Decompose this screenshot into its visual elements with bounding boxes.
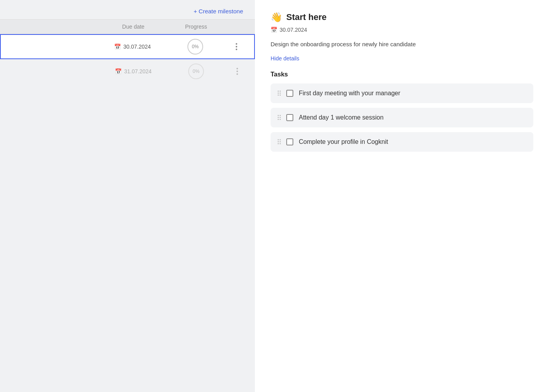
create-milestone-button[interactable]: + Create milestone <box>194 8 243 15</box>
drag-dot <box>280 119 281 120</box>
date-value-active: 30.07.2024 <box>123 44 151 50</box>
drag-dot <box>278 93 279 94</box>
drag-dot <box>278 141 279 142</box>
drag-dot <box>280 139 281 140</box>
drag-dot <box>280 94 281 96</box>
drag-dot <box>280 143 281 144</box>
drag-handle-3[interactable] <box>278 139 281 144</box>
progress-circle-secondary: 0% <box>188 64 204 79</box>
progress-cell-secondary: 0% <box>165 64 227 79</box>
tasks-title: Tasks <box>271 71 533 78</box>
date-cell-active: 📅 30.07.2024 <box>101 44 164 50</box>
drag-dot <box>278 139 279 140</box>
drag-dot <box>278 143 279 144</box>
header-actions <box>227 24 247 30</box>
left-panel: + Create milestone Due date Progress 📅 3… <box>0 0 255 392</box>
task-checkbox-3[interactable] <box>286 138 293 145</box>
drag-handle-2[interactable] <box>278 115 281 120</box>
drag-dot <box>278 91 279 92</box>
calendar-icon-secondary: 📅 <box>115 68 122 74</box>
task-item-1: First day meeting with your manager <box>271 83 533 103</box>
date-cell-secondary: 📅 31.07.2024 <box>102 68 165 74</box>
more-menu-button-secondary[interactable] <box>227 68 247 75</box>
drag-handle-1[interactable] <box>278 91 281 96</box>
detail-title: 👋 Start here <box>271 12 533 23</box>
progress-value-active: 0% <box>192 44 198 49</box>
drag-dot <box>278 117 279 118</box>
task-item-3: Complete your profile in Cogknit <box>271 132 533 152</box>
drag-dot <box>280 93 281 94</box>
table-row: 📅 30.07.2024 0% <box>0 34 255 59</box>
header-name <box>8 24 102 30</box>
create-milestone-bar: + Create milestone <box>0 8 255 19</box>
drag-dot <box>280 115 281 116</box>
calendar-icon-active: 📅 <box>114 44 121 50</box>
task-label-3: Complete your profile in Cogknit <box>299 138 388 145</box>
drag-dot <box>280 141 281 142</box>
detail-date: 📅 30.07.2024 <box>271 27 533 33</box>
actions-cell-active[interactable] <box>227 43 246 50</box>
drag-dot <box>280 91 281 92</box>
task-checkbox-1[interactable] <box>286 90 293 97</box>
table-row-secondary: 📅 31.07.2024 0% <box>0 60 255 83</box>
detail-description: Design the onboarding process for newly … <box>271 40 533 49</box>
progress-value-secondary: 0% <box>193 69 199 74</box>
task-item-2: Attend day 1 welcome session <box>271 108 533 127</box>
drag-dot <box>278 94 279 96</box>
drag-dot <box>278 119 279 120</box>
task-label-1: First day meeting with your manager <box>299 90 400 97</box>
progress-circle-active: 0% <box>187 39 203 54</box>
right-panel: 👋 Start here 📅 30.07.2024 Design the onb… <box>255 0 549 392</box>
actions-cell-secondary[interactable] <box>227 68 247 75</box>
header-progress: Progress <box>165 24 227 30</box>
progress-cell-active: 0% <box>164 39 227 54</box>
detail-date-value: 30.07.2024 <box>280 27 307 33</box>
detail-title-text: Start here <box>286 12 327 22</box>
drag-dot <box>280 117 281 118</box>
header-due-date: Due date <box>102 24 165 30</box>
detail-emoji: 👋 <box>271 12 282 23</box>
more-menu-button-active[interactable] <box>227 43 246 50</box>
date-value-secondary: 31.07.2024 <box>124 68 151 74</box>
task-checkbox-2[interactable] <box>286 114 293 121</box>
drag-dot <box>278 115 279 116</box>
task-label-2: Attend day 1 welcome session <box>299 114 384 121</box>
hide-details-button[interactable]: Hide details <box>271 55 299 62</box>
detail-date-icon: 📅 <box>271 27 277 33</box>
table-header: Due date Progress <box>0 19 255 34</box>
